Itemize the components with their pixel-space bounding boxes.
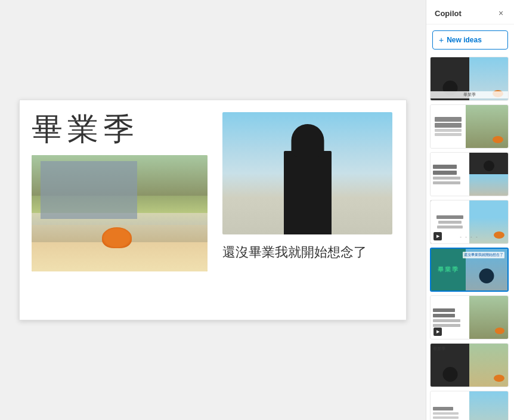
- thumbnail-3[interactable]: [430, 152, 509, 196]
- thumb-5-inner: 畢業季 還沒畢業我就開始想念了: [431, 249, 507, 291]
- slide-left-column: 畢業季: [32, 112, 210, 308]
- thumbnail-1[interactable]: 畢業季: [430, 57, 509, 101]
- thumb-8-inner: [431, 391, 508, 420]
- slide-content: 畢業季 還沒畢業我就開始想念了: [20, 100, 406, 320]
- thumbnail-5[interactable]: 畢業季 還沒畢業我就開始想念了: [430, 248, 509, 292]
- slide-subtitle: 還沒畢業我就開始想念了: [222, 243, 394, 262]
- thumb-2-text: [431, 105, 466, 148]
- thumb-6-line-2: [433, 314, 455, 317]
- thumb-6-line-3: [433, 319, 460, 322]
- thumb-4-dots: - - - -: [460, 234, 478, 239]
- copilot-header: Copilot ×: [426, 0, 514, 24]
- thumb-2-line-4: [435, 133, 462, 136]
- thumb-7-inner: 畢業季: [431, 344, 508, 387]
- thumb-2-inner: [431, 105, 508, 148]
- thumb-7-right-img: [469, 344, 508, 387]
- new-ideas-label: New ideas: [447, 36, 482, 44]
- close-button[interactable]: ×: [495, 7, 507, 19]
- thumb-6-line-4: [433, 324, 460, 327]
- thumb-5-caption: 還沒畢業我就開始想念了: [463, 252, 504, 258]
- thumb-8-line-3: [433, 416, 459, 419]
- thumbnail-8[interactable]: [430, 391, 509, 420]
- thumbnail-2[interactable]: [430, 104, 509, 149]
- thumbnail-6[interactable]: ▶ ·: [430, 295, 509, 339]
- thumb-4-video-icon: ▶: [434, 232, 442, 240]
- thumb-8-line-1: [433, 407, 453, 410]
- thumb-2-line-3: [435, 129, 462, 132]
- slide-title: 畢業季: [32, 112, 210, 146]
- slide-right-column: 還沒畢業我就開始想念了: [222, 112, 394, 308]
- thumb-8-right-img: [469, 391, 508, 420]
- thumb-8-line-2: [433, 412, 459, 415]
- thumb-2-right-img: [466, 105, 509, 148]
- thumb-2-line-2: [435, 123, 462, 128]
- thumb-6-video-icon: ▶: [434, 328, 442, 336]
- copilot-sidebar: Copilot × + New ideas 畢業季: [426, 0, 514, 420]
- thumb-7-label: 畢業季: [433, 346, 445, 352]
- thumb-6-line-1: [433, 308, 455, 312]
- thumbnails-list: 畢業季: [426, 54, 514, 420]
- thumb-3-right-col: [469, 153, 508, 196]
- copilot-title: Copilot: [435, 9, 462, 18]
- thumbnail-7[interactable]: 畢業季: [430, 343, 509, 387]
- thumbnail-4[interactable]: ▶ - - - -: [430, 200, 509, 244]
- slide-right-image: [222, 112, 392, 234]
- thumb-6-inner: [431, 296, 508, 339]
- thumb-1-label: 畢業季: [431, 91, 508, 98]
- thumb-3-text: [431, 153, 469, 196]
- thumb-3-top-img: [469, 153, 508, 174]
- new-ideas-button[interactable]: + New ideas: [432, 30, 508, 50]
- thumb-3-line-2: [433, 171, 457, 175]
- thumb-3-bot-img: [469, 174, 508, 196]
- main-canvas: 畢業季 還沒畢業我就開始想念了: [0, 0, 426, 420]
- slide-left-image: [32, 155, 208, 271]
- thumb-6-dot: ·: [502, 331, 503, 335]
- thumb-3-inner: [431, 153, 508, 196]
- thumb-2-line-1: [435, 117, 462, 122]
- thumb-1-inner: 畢業季: [431, 57, 508, 100]
- left-photo-content: [32, 155, 208, 271]
- thumb-3-line-3: [433, 177, 460, 180]
- thumb-3-line-4: [433, 181, 460, 184]
- thumb-8-text: [431, 391, 469, 420]
- plus-icon: +: [439, 35, 444, 45]
- thumb-3-line-1: [433, 165, 457, 169]
- slide-container: 畢業季 還沒畢業我就開始想念了: [19, 100, 407, 320]
